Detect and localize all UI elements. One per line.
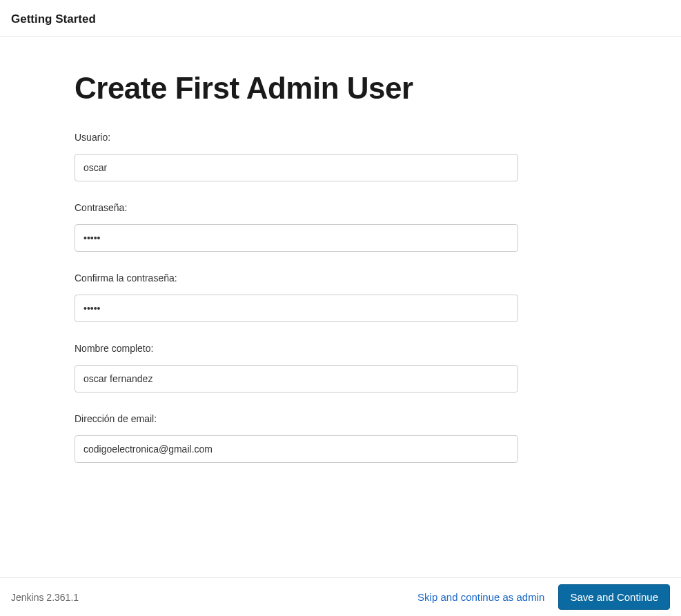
confirm-password-group: Confirma la contraseña: [75, 272, 593, 322]
full-name-input[interactable] [75, 365, 518, 393]
email-group: Dirección de email: [75, 413, 593, 463]
username-label: Usuario: [75, 132, 593, 143]
footer-bar: Jenkins 2.361.1 Skip and continue as adm… [0, 577, 681, 616]
full-name-group: Nombre completo: [75, 343, 593, 393]
main-content: Create First Admin User Usuario: Contras… [0, 37, 593, 463]
save-continue-button[interactable]: Save and Continue [558, 584, 670, 610]
footer-actions: Skip and continue as admin Save and Cont… [417, 584, 670, 610]
header-title: Getting Started [11, 12, 670, 26]
email-label: Dirección de email: [75, 413, 593, 424]
version-text: Jenkins 2.361.1 [11, 592, 417, 603]
username-group: Usuario: [75, 132, 593, 181]
confirm-password-input[interactable] [75, 295, 518, 322]
header-bar: Getting Started [0, 0, 681, 37]
password-label: Contraseña: [75, 202, 593, 213]
full-name-label: Nombre completo: [75, 343, 593, 354]
username-input[interactable] [75, 154, 518, 181]
password-group: Contraseña: [75, 202, 593, 252]
page-title: Create First Admin User [75, 71, 593, 106]
email-input[interactable] [75, 435, 518, 463]
confirm-password-label: Confirma la contraseña: [75, 272, 593, 284]
skip-button[interactable]: Skip and continue as admin [417, 591, 544, 603]
password-input[interactable] [75, 224, 518, 252]
